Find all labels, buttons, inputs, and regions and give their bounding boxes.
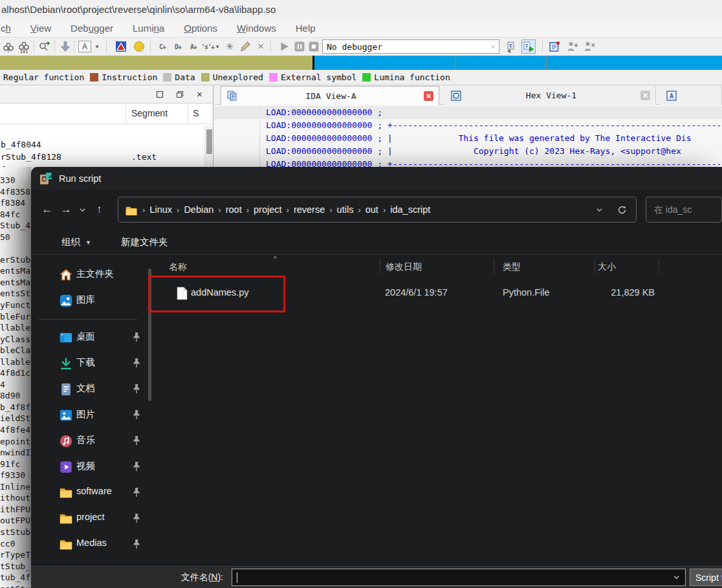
breadcrumb-item[interactable]: utils: [334, 204, 356, 215]
filename-dropdown-icon[interactable]: [673, 572, 680, 583]
debugger-windows-icon[interactable]: [547, 39, 562, 54]
maximize-icon[interactable]: [155, 90, 164, 98]
function-name-partial[interactable]: erStub: [0, 254, 31, 266]
functions-header[interactable]: Segment S: [0, 103, 213, 124]
sidebar-item[interactable]: 音乐: [31, 428, 148, 454]
refresh-icon[interactable]: [617, 205, 627, 215]
disassembly-line[interactable]: LOAD:0000000000000000 ; | This file was …: [214, 132, 722, 145]
column-segment[interactable]: Segment: [131, 108, 168, 118]
find-text-icon[interactable]: T: [1, 39, 16, 54]
column-start-partial[interactable]: S: [193, 108, 199, 118]
make-array-icon[interactable]: A+: [186, 39, 201, 54]
function-name-partial[interactable]: 4f8358: [0, 186, 31, 198]
sidebar-item[interactable]: software: [31, 480, 148, 506]
tab-ida-view-a[interactable]: IDA View-A: [221, 86, 439, 105]
menu-item[interactable]: Lumina: [133, 23, 164, 34]
function-name-partial[interactable]: entsMa: [0, 265, 31, 277]
navigation-band[interactable]: [0, 56, 722, 70]
disassembly-line[interactable]: LOAD:0000000000000000 ;: [214, 106, 722, 119]
close-icon[interactable]: ×: [195, 90, 204, 98]
disassembly-line[interactable]: LOAD:0000000000000000 ; +---------------…: [214, 158, 722, 167]
function-name-partial[interactable]: ithout: [0, 492, 31, 504]
menu-item[interactable]: Debugger: [71, 23, 113, 34]
function-name-partial[interactable]: Inline: [0, 481, 31, 493]
function-name-partial[interactable]: outFPU: [0, 515, 31, 527]
jump-icon[interactable]: [58, 39, 72, 54]
make-code-icon[interactable]: C+: [155, 39, 170, 54]
names-dropdown-icon[interactable]: ▾: [93, 39, 101, 54]
scrollbar-thumb[interactable]: [206, 129, 212, 154]
function-name-partial[interactable]: cc0: [0, 538, 31, 550]
breadcrumb-item[interactable]: out: [363, 204, 381, 215]
function-name-partial[interactable]: epoint: [0, 436, 31, 448]
column-name[interactable]: 名称: [169, 261, 187, 273]
function-name-partial[interactable]: ithFPU: [0, 504, 31, 516]
function-name-partial[interactable]: b_4f8f: [0, 402, 31, 413]
delete-watch-icon[interactable]: [582, 39, 596, 54]
problems-icon[interactable]: [114, 39, 128, 54]
function-name-partial[interactable]: 84fc: [0, 209, 31, 221]
function-name-partial[interactable]: [0, 243, 31, 254]
function-name-partial[interactable]: 4: [0, 379, 31, 391]
sidebar-item[interactable]: 下载: [31, 351, 148, 376]
function-name-partial[interactable]: rTypeT: [0, 549, 31, 561]
function-row[interactable]: b_4f8044 .text C: [0, 125, 204, 138]
names-button[interactable]: A: [78, 39, 92, 54]
sidebar-item[interactable]: project: [31, 506, 148, 532]
function-name-partial[interactable]: Stub_4: [0, 220, 31, 232]
search-box[interactable]: [646, 197, 722, 223]
column-size[interactable]: 大小: [598, 261, 616, 273]
menu-item[interactable]: Options: [184, 23, 217, 34]
tab-close-icon[interactable]: [640, 91, 650, 100]
undefined-byte-icon[interactable]: [132, 39, 146, 54]
debugger-select[interactable]: No debugger ˅: [322, 39, 499, 54]
function-name-partial[interactable]: yClass: [0, 334, 31, 345]
forward-button[interactable]: →: [56, 200, 75, 219]
filename-input[interactable]: [232, 572, 673, 583]
function-name-partial[interactable]: 4f8fe4: [0, 424, 31, 436]
new-folder-button[interactable]: 新建文件夹: [121, 236, 168, 248]
menu-item[interactable]: Windows: [237, 23, 276, 34]
search-input[interactable]: [653, 204, 717, 215]
up-button[interactable]: ↑: [90, 200, 109, 219]
continue-process-icon[interactable]: c: [521, 39, 536, 54]
function-name-partial[interactable]: llable: [0, 322, 31, 334]
function-name-partial[interactable]: bleFur: [0, 311, 31, 323]
disassembly-line[interactable]: LOAD:0000000000000000 ; +---------------…: [214, 119, 722, 132]
function-name-partial[interactable]: entsSt: [0, 288, 31, 299]
function-name-partial[interactable]: tub_4f: [0, 572, 31, 583]
menu-item[interactable]: View: [30, 23, 51, 34]
breadcrumb-item[interactable]: root: [223, 204, 245, 215]
function-row[interactable]: f818c .text C: [0, 151, 204, 164]
sidebar-item[interactable]: Medias: [31, 532, 148, 558]
breadcrumb-item[interactable]: Linux: [147, 204, 175, 215]
function-name-partial[interactable]: estStu: [0, 583, 31, 588]
disassembly-line[interactable]: LOAD:0000000000000000 ; | Copyright (c) …: [214, 145, 722, 158]
make-align-icon[interactable]: ✳: [223, 39, 237, 54]
tab-close-icon[interactable]: [424, 91, 433, 101]
pause-process-icon[interactable]: [292, 39, 307, 54]
tab-structures[interactable]: A: [661, 86, 722, 105]
address-dropdown-icon[interactable]: [596, 206, 603, 213]
function-name-partial[interactable]: stStub: [0, 527, 31, 538]
breadcrumb-item[interactable]: reverse: [291, 204, 327, 215]
sidebar-item[interactable]: 视频: [31, 454, 148, 480]
function-name-partial[interactable]: nwindI: [0, 447, 31, 459]
sidebar-item[interactable]: 主文件夹: [31, 262, 148, 288]
functions-scrollbar[interactable]: [204, 125, 213, 167]
find-binary-icon[interactable]: 101: [17, 39, 31, 54]
search-again-icon[interactable]: [38, 39, 52, 54]
address-bar[interactable]: ›Linux›Debian›root›project›reverse›utils…: [118, 197, 637, 223]
breadcrumb-item[interactable]: project: [251, 204, 285, 215]
filetype-button[interactable]: Script fil: [690, 569, 722, 586]
function-name-partial[interactable]: 4f8d1c: [0, 367, 31, 379]
filename-combobox[interactable]: [232, 569, 686, 586]
string-dropdown-icon[interactable]: ▾: [213, 39, 221, 54]
function-name-partial[interactable]: entsMa: [0, 277, 31, 289]
recent-locations-icon[interactable]: [76, 200, 90, 219]
function-name-partial[interactable]: 330: [0, 175, 31, 186]
back-button[interactable]: ←: [38, 200, 56, 219]
breadcrumb-item[interactable]: Debian: [181, 204, 216, 215]
function-name-partial[interactable]: f9330: [0, 470, 31, 481]
function-name-partial[interactable]: tStub_: [0, 561, 31, 572]
